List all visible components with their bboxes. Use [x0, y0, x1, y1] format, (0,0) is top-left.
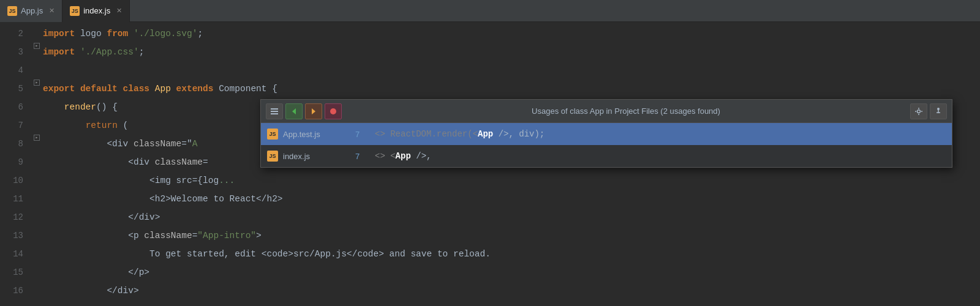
line-content-2: import logo from './logo.svg'; [43, 24, 980, 43]
line-num-16: 16 [0, 282, 31, 300]
result-1-code: <> ReactDOM.render(<App />, div); [375, 129, 545, 139]
popup-prev-btn[interactable] [285, 103, 303, 119]
result-row-2[interactable]: JS index.js 7 <> <App />, [261, 145, 952, 167]
result-1-code-before: <> ReactDOM.render(< [375, 129, 478, 139]
gutter-5: ▸ [31, 80, 43, 86]
result-2-filename: index.js [283, 152, 350, 161]
result-1-linenum: 7 [355, 130, 370, 139]
line-content-14: To get started, edit <code>src/App.js</c… [43, 245, 980, 263]
code-line-14: 14 To get started, edit <code>src/App.js… [0, 245, 980, 263]
popup-pin-btn[interactable] [930, 103, 947, 119]
stop-icon [329, 107, 337, 116]
svg-point-5 [330, 108, 336, 114]
code-line-16: 16 </div> [0, 282, 980, 300]
popup-next-btn[interactable] [305, 103, 322, 119]
result-1-code-bold: App [478, 129, 493, 139]
line-content-5: export default class App extends Compone… [43, 80, 980, 98]
line-content-16: </div> [43, 282, 980, 300]
svg-point-6 [918, 110, 921, 113]
line-num-11: 11 [0, 190, 31, 208]
line-num-6: 6 [0, 98, 31, 116]
tab-indexjs-close[interactable]: ✕ [116, 7, 122, 15]
indexjs-file-icon: JS [70, 6, 80, 16]
gutter-3: ▸ [31, 43, 43, 49]
result-1-code-after: />, div); [493, 129, 545, 139]
line-content-13: <p className="App-intro"> [43, 226, 980, 245]
result-row-1[interactable]: JS App.test.js 7 <> ReactDOM.render(<App… [261, 123, 952, 145]
line-num-2: 2 [0, 24, 31, 43]
line-content-15: </p> [43, 263, 980, 282]
fold-arrow-8[interactable]: ▸ [34, 135, 40, 141]
result-2-code-before: <> < [375, 151, 396, 161]
code-editor: 2 import logo from './logo.svg'; 3 ▸ imp… [0, 22, 980, 302]
tab-appjs-label: App.js [21, 6, 43, 15]
line-num-7: 7 [0, 116, 31, 135]
tab-appjs-close[interactable]: ✕ [49, 7, 55, 15]
result-2-code-bold: App [396, 151, 411, 161]
line-content-11: <h2>Welcome to React</h2> [43, 190, 980, 208]
line-num-4: 4 [0, 61, 31, 80]
popup-title: Usages of class App in Project Files (2 … [344, 106, 908, 116]
fold-arrow-3[interactable]: ▸ [34, 43, 40, 49]
gutter-8: ▸ [31, 135, 43, 141]
tab-appjs[interactable]: JS App.js ✕ [0, 0, 62, 22]
popup-header: Usages of class App in Project Files (2 … [261, 100, 952, 123]
arrow-left-icon [290, 107, 298, 116]
line-content-12: </div> [43, 208, 980, 226]
appjs-file-icon: JS [7, 6, 17, 16]
line-content-10: <img src={log... [43, 171, 980, 190]
popup-settings-btn[interactable] [910, 103, 927, 119]
popup-stop-btn[interactable] [325, 103, 342, 119]
popup-toolbar-right [910, 103, 947, 119]
result-2-linenum: 7 [355, 152, 370, 161]
svg-point-13 [937, 108, 940, 110]
usages-popup: Usages of class App in Project Files (2 … [260, 99, 952, 168]
line-num-8: 8 [0, 135, 31, 153]
svg-rect-2 [271, 113, 278, 114]
line-num-12: 12 [0, 208, 31, 226]
code-line-2: 2 import logo from './logo.svg'; [0, 24, 980, 43]
list-down-icon [270, 107, 279, 116]
result-2-file-icon: JS [267, 151, 278, 162]
code-line-5: 5 ▸ export default class App extends Com… [0, 80, 980, 98]
code-line-3: 3 ▸ import './App.css'; [0, 43, 980, 61]
result-1-file-icon: JS [267, 129, 278, 140]
line-num-9: 9 [0, 153, 31, 171]
result-1-filename: App.test.js [283, 130, 350, 139]
line-num-5: 5 [0, 80, 31, 98]
svg-rect-1 [271, 111, 278, 112]
code-line-15: 15 </p> [0, 263, 980, 282]
tab-bar: JS App.js ✕ JS index.js ✕ [0, 0, 980, 22]
line-num-10: 10 [0, 171, 31, 190]
line-num-15: 15 [0, 263, 31, 282]
code-line-12: 12 </div> [0, 208, 980, 226]
code-line-4: 4 [0, 61, 980, 80]
tab-indexjs-label: index.js [83, 6, 110, 15]
arrow-right-icon [309, 107, 318, 116]
line-num-3: 3 [0, 43, 31, 61]
fold-arrow-5[interactable]: ▸ [34, 80, 40, 86]
line-num-13: 13 [0, 226, 31, 245]
svg-rect-0 [271, 108, 278, 110]
code-line-13: 13 <p className="App-intro"> [0, 226, 980, 245]
code-line-11: 11 <h2>Welcome to React</h2> [0, 190, 980, 208]
svg-marker-3 [292, 108, 296, 114]
line-num-14: 14 [0, 245, 31, 263]
result-2-code-after: />, [411, 151, 432, 161]
popup-list-btn[interactable] [266, 103, 283, 119]
line-content-3: import './App.css'; [43, 43, 980, 61]
pin-icon [934, 107, 943, 116]
code-line-10: 10 <img src={log... [0, 171, 980, 190]
result-2-code: <> <App />, [375, 151, 431, 161]
svg-marker-4 [312, 108, 315, 114]
tab-indexjs[interactable]: JS index.js ✕ [62, 0, 130, 22]
gear-icon [914, 107, 923, 116]
